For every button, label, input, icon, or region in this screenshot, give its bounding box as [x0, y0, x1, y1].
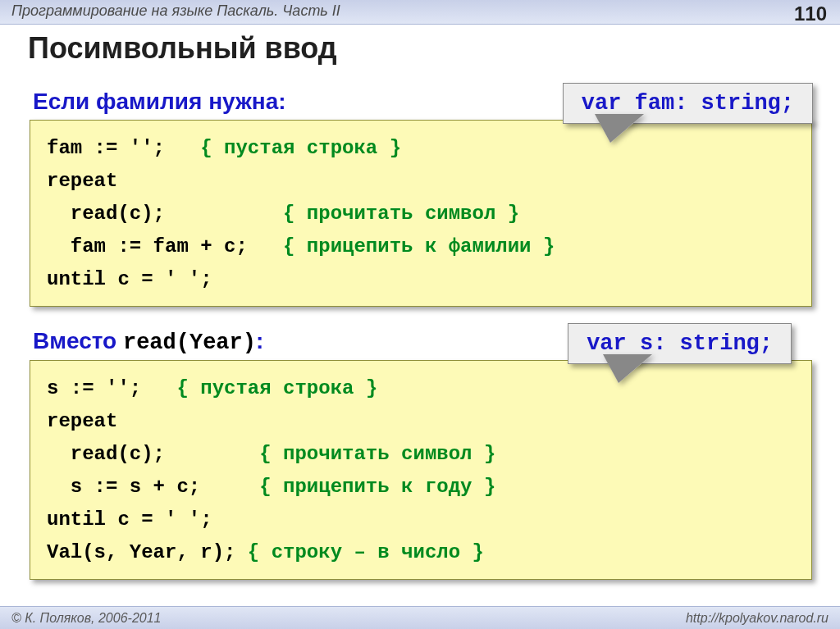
code-comment: { прочитать символ }: [283, 203, 519, 225]
code-box-1: var fam: string; fam := ''; { пустая стр…: [30, 120, 812, 307]
code-text: read(c);: [47, 443, 259, 465]
code-comment: { прочитать символ }: [259, 443, 495, 465]
code-line: Val(s, Year, r); { строку – в число }: [47, 536, 795, 569]
code-text: s := '';: [47, 377, 176, 399]
code-line: read(c); { прочитать символ }: [47, 438, 795, 471]
section2-heading-post: :: [256, 328, 263, 353]
header-bar: Программирование на языке Паскаль. Часть…: [0, 0, 840, 25]
code-text: fam := fam + c;: [47, 235, 283, 258]
code-box-2: var s: string; s := ''; { пустая строка …: [30, 360, 812, 580]
code-text: until c = ' ';: [47, 508, 212, 531]
code-comment: { пустая строка }: [176, 377, 377, 399]
code-line: s := s + c; { прицепить к году }: [47, 471, 795, 504]
code-text: fam := '';: [47, 137, 200, 159]
content: Если фамилия нужна: var fam: string; fam…: [30, 82, 812, 601]
footer-right: http://kpolyakov.narod.ru: [686, 611, 829, 626]
code-line: fam := fam + c; { прицепить к фамилии }: [47, 230, 795, 263]
code-line: s := ''; { пустая строка }: [47, 372, 795, 405]
callout-1: var fam: string;: [563, 83, 813, 124]
code-line: until c = ' ';: [47, 263, 795, 296]
callout-tail-icon: [596, 115, 643, 143]
callout-2-text: var s: string;: [568, 323, 792, 364]
header-title: Программирование на языке Паскаль. Часть…: [11, 2, 340, 20]
footer-bar: © К. Поляков, 2006-2011 http://kpolyakov…: [0, 606, 840, 629]
page-number: 110: [794, 2, 832, 25]
code-comment: { прицепить к фамилии }: [283, 235, 555, 258]
code-text: s := s + c;: [47, 476, 259, 498]
code-line: repeat: [47, 165, 795, 198]
code-line: repeat: [47, 405, 795, 438]
code-line: read(c); { прочитать символ }: [47, 198, 795, 230]
code-text: Val(s, Year, r);: [47, 541, 248, 563]
code-text: repeat: [47, 410, 117, 432]
footer-left: © К. Поляков, 2006-2011: [11, 611, 161, 626]
section2-heading-pre: Вместо: [33, 328, 123, 353]
code-comment: { пустая строка }: [200, 137, 401, 159]
code-line: until c = ' ';: [47, 504, 795, 536]
code-text: repeat: [47, 170, 117, 192]
callout-tail-icon: [604, 355, 651, 383]
code-comment: { прицепить к году }: [259, 476, 495, 498]
code-text: until c = ' ';: [47, 268, 212, 290]
slide-title: Посимвольный ввод: [28, 31, 337, 66]
callout-2: var s: string;: [568, 323, 792, 364]
section2-heading-code: read(Year): [123, 330, 256, 355]
slide: Программирование на языке Паскаль. Часть…: [0, 0, 840, 629]
code-comment: { строку – в число }: [248, 541, 484, 563]
code-text: read(c);: [47, 203, 283, 225]
code-line: fam := ''; { пустая строка }: [47, 132, 795, 165]
